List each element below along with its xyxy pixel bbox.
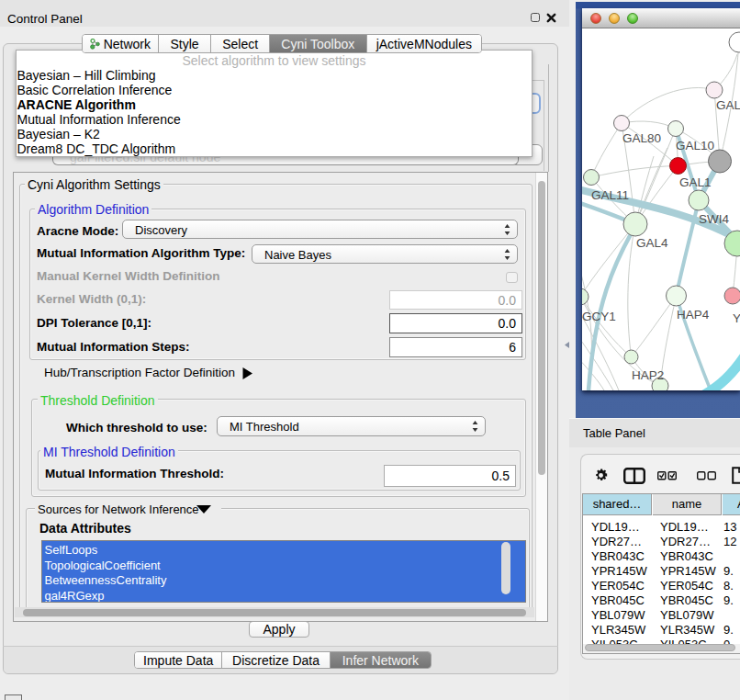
svg-text:HAP4: HAP4 xyxy=(677,308,710,322)
svg-text:HAP2: HAP2 xyxy=(632,368,664,382)
svg-text:GAL11: GAL11 xyxy=(591,188,629,202)
svg-text:GCY1: GCY1 xyxy=(582,310,616,323)
svg-text:GAL: GAL xyxy=(716,98,740,112)
svg-text:GAL1: GAL1 xyxy=(679,175,712,189)
svg-text:GAL80: GAL80 xyxy=(622,131,661,145)
svg-text:SWI4: SWI4 xyxy=(699,212,729,226)
svg-text:Y: Y xyxy=(733,311,740,325)
svg-text:GAL10: GAL10 xyxy=(676,139,714,152)
svg-text:GAL4: GAL4 xyxy=(636,236,668,250)
